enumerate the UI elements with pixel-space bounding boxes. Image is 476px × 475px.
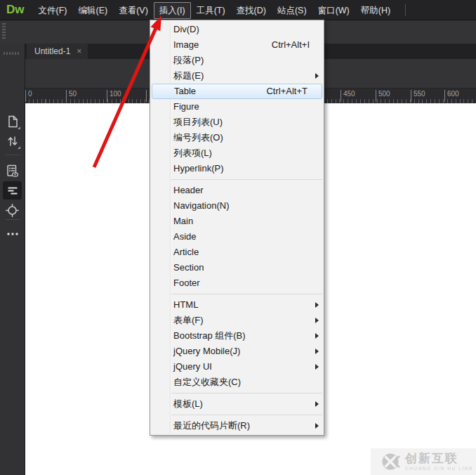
ruler-label: 600 <box>444 90 459 102</box>
menubar-item-find[interactable]: 查找(D) <box>231 2 272 19</box>
menu-item-label: Image <box>173 39 199 50</box>
menu-item-label: jQuery Mobile(J) <box>173 346 240 356</box>
menubar-item-insert[interactable]: 插入(I) <box>154 2 191 19</box>
menu-item-label: 段落(P) <box>173 55 204 65</box>
guides-target-icon[interactable] <box>3 201 22 219</box>
menu-separator <box>171 415 322 415</box>
menu-item-label: Figure <box>173 101 199 112</box>
ruler-label: 450 <box>341 90 355 102</box>
menu-item-label: Footer <box>173 278 200 288</box>
menubar-item-file[interactable]: 文件(F) <box>33 2 73 19</box>
watermark: 创新互联 CHUANG XIN HU LIAN <box>371 448 476 475</box>
insert-menu-item-jquery-ui[interactable]: jQuery UI <box>150 359 324 375</box>
insert-menu-item-image[interactable]: ImageCtrl+Alt+I <box>150 37 324 53</box>
file-transfer-icon[interactable] <box>3 132 22 150</box>
insert-menu-item-custom-favorites[interactable]: 自定义收藏夹(C) <box>150 375 324 390</box>
menubar-items: 文件(F)编辑(E)查看(V)插入(I)工具(T)查找(D)站点(S)窗口(W)… <box>33 0 397 20</box>
insert-menu-item-html[interactable]: HTML <box>150 297 324 313</box>
ruler-label: 100 <box>107 90 121 102</box>
document-tab-title: Untitled-1 <box>34 46 70 56</box>
insert-menu-item-form[interactable]: 表单(F) <box>150 313 324 328</box>
insert-menu-dropdown: Div(D)ImageCtrl+Alt+I段落(P)标题(E)TableCtrl… <box>150 20 324 436</box>
menu-item-shortcut: Ctrl+Alt+T <box>266 84 308 98</box>
new-file-icon[interactable] <box>3 112 22 131</box>
menu-item-label: 最近的代码片断(R) <box>173 420 250 431</box>
insert-menu-item-list-item[interactable]: 列表项(L) <box>150 145 324 161</box>
menu-item-label: Section <box>173 262 204 273</box>
menu-item-label: 表单(F) <box>173 315 204 325</box>
insert-menu-item-hyperlink[interactable]: Hyperlink(P) <box>150 161 324 176</box>
insert-menu-item-figure[interactable]: Figure <box>150 99 324 115</box>
ruler-label: 50 <box>66 90 77 102</box>
toolbar-grip-handle[interactable] <box>2 23 6 40</box>
more-options-icon[interactable] <box>3 225 22 243</box>
sidebar-separator <box>5 219 20 220</box>
menu-item-label: Main <box>173 216 193 226</box>
menubar-item-help[interactable]: 帮助(H) <box>355 2 396 19</box>
dom-outline-icon[interactable] <box>3 181 22 200</box>
document-tab[interactable]: Untitled-1 × <box>27 44 88 59</box>
left-toolbar <box>0 44 25 475</box>
submenu-arrow-icon <box>315 73 319 79</box>
menu-item-label: 模板(L) <box>173 398 203 409</box>
insert-menu-item-article[interactable]: Article <box>150 245 324 260</box>
lint-report-icon[interactable] <box>3 162 22 180</box>
insert-menu-item-main[interactable]: Main <box>150 214 324 229</box>
menu-item-label: Aside <box>173 231 197 242</box>
submenu-arrow-icon <box>315 401 319 407</box>
menu-item-label: jQuery UI <box>173 361 212 372</box>
menubar-item-tools[interactable]: 工具(T) <box>191 2 231 19</box>
menu-item-label: 标题(E) <box>173 70 204 81</box>
menu-item-label: Header <box>173 185 204 195</box>
insert-menu-item-jquery-mobile[interactable]: jQuery Mobile(J) <box>150 344 324 359</box>
watermark-text: 创新互联 CHUANG XIN HU LIAN <box>405 453 473 471</box>
watermark-title: 创新互联 <box>405 453 473 464</box>
insert-menu-item-navigation[interactable]: Navigation(N) <box>150 198 324 214</box>
insert-menu-item-bootstrap-components[interactable]: Bootstrap 组件(B) <box>150 328 324 344</box>
submenu-arrow-icon <box>315 364 319 370</box>
ruler-label: 550 <box>411 90 425 102</box>
insert-menu-item-paragraph[interactable]: 段落(P) <box>150 53 324 68</box>
flyout-indicator <box>18 126 20 129</box>
insert-menu-item-recent-snippets[interactable]: 最近的代码片断(R) <box>150 418 324 434</box>
menubar-item-window[interactable]: 窗口(W) <box>312 2 355 19</box>
watermark-subtitle: CHUANG XIN HU LIAN <box>405 466 473 471</box>
insert-menu-item-heading[interactable]: 标题(E) <box>150 68 324 84</box>
menubar-item-edit[interactable]: 编辑(E) <box>72 2 113 19</box>
submenu-arrow-icon <box>315 302 319 308</box>
insert-menu-item-templates[interactable]: 模板(L) <box>150 396 324 412</box>
insert-menu-item-div[interactable]: Div(D) <box>150 22 324 37</box>
menu-item-label: 编号列表(O) <box>173 132 223 143</box>
menu-item-label: HTML <box>173 299 198 310</box>
menu-separator <box>171 179 322 180</box>
submenu-arrow-icon <box>315 333 319 339</box>
menubar-separator <box>405 4 406 16</box>
ruler-label: 0 <box>25 90 32 102</box>
ruler-label: 500 <box>376 90 390 102</box>
menu-item-shortcut: Ctrl+Alt+I <box>272 37 310 53</box>
submenu-arrow-icon <box>315 349 319 354</box>
menubar-item-view[interactable]: 查看(V) <box>113 2 154 19</box>
menu-bar: Dw 文件(F)编辑(E)查看(V)插入(I)工具(T)查找(D)站点(S)窗口… <box>0 0 476 20</box>
tab-close-icon[interactable]: × <box>77 47 81 56</box>
menu-item-label: Hyperlink(P) <box>173 163 224 174</box>
submenu-arrow-icon <box>315 423 319 429</box>
watermark-logo-icon <box>381 452 400 471</box>
menu-item-label: 自定义收藏夹(C) <box>173 377 241 387</box>
insert-menu-item-section[interactable]: Section <box>150 260 324 275</box>
insert-menu-item-table[interactable]: TableCtrl+Alt+T <box>152 84 322 99</box>
menu-item-label: Bootstrap 组件(B) <box>173 330 246 341</box>
insert-menu-item-aside[interactable]: Aside <box>150 229 324 245</box>
insert-menu-item-unordered-list[interactable]: 项目列表(U) <box>150 115 324 130</box>
sidebar-grip-handle[interactable] <box>4 52 20 55</box>
insert-menu-item-footer[interactable]: Footer <box>150 275 324 291</box>
flyout-indicator <box>18 146 20 149</box>
insert-menu-item-header[interactable]: Header <box>150 183 324 198</box>
menu-item-label: 列表项(L) <box>173 148 212 158</box>
menubar-item-site[interactable]: 站点(S) <box>272 2 312 19</box>
menu-item-label: Table <box>174 86 196 96</box>
insert-menu-item-ordered-list[interactable]: 编号列表(O) <box>150 130 324 145</box>
menu-separator <box>171 294 322 294</box>
menu-item-label: Navigation(N) <box>173 200 229 211</box>
menu-item-label: Div(D) <box>173 24 199 34</box>
